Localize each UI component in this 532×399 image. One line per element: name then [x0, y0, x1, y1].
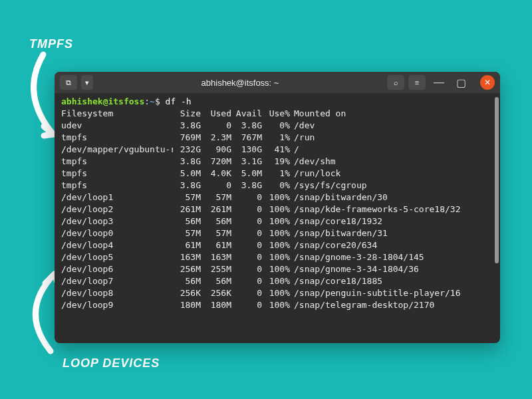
cell-mounted: /run/lock: [290, 168, 493, 180]
cell-used: 56M: [201, 275, 231, 287]
cell-avail: 3.8G: [231, 120, 262, 132]
search-button[interactable]: ⌕: [387, 75, 404, 90]
minimize-button[interactable]: —: [434, 76, 448, 88]
cell-size: 5.0M: [173, 168, 201, 180]
cell-size: 61M: [173, 239, 201, 251]
cell-mounted: /: [290, 144, 493, 156]
cell-mounted: /snap/gnome-3-28-1804/145: [290, 251, 493, 263]
df-header-row: FilesystemSizeUsedAvailUse%Mounted on: [61, 108, 493, 120]
chevron-down-icon: ▾: [85, 78, 89, 87]
command-text: df -h: [166, 96, 192, 106]
close-icon: ✕: [484, 78, 491, 87]
cell-usepct: 0%: [262, 120, 290, 132]
cell-avail: 0: [231, 299, 262, 311]
cell-used: 57M: [201, 192, 231, 203]
menu-button[interactable]: ≡: [408, 75, 426, 90]
header-filesystem: Filesystem: [61, 108, 173, 120]
cell-used: 57M: [201, 227, 231, 239]
cell-filesystem: tmpfs: [61, 132, 173, 144]
cell-avail: 3.1G: [231, 156, 262, 168]
cell-used: 720M: [201, 156, 231, 168]
cell-mounted: /snap/core18/1932: [290, 215, 493, 227]
cell-size: 56M: [173, 275, 201, 287]
cell-size: 3.8G: [173, 120, 201, 132]
df-row: /dev/loop756M56M0100%/snap/core18/1885: [61, 275, 493, 287]
cell-mounted: /snap/bitwarden/31: [290, 227, 493, 239]
tab-dropdown-button[interactable]: ▾: [81, 75, 93, 90]
cell-filesystem: tmpfs: [61, 168, 173, 180]
cell-used: 255M: [201, 263, 231, 275]
scrollbar[interactable]: [495, 97, 499, 263]
cell-mounted: /run: [290, 132, 493, 144]
annotation-loop-devices: LOOP DEVICES: [63, 356, 160, 370]
cell-filesystem: /dev/loop4: [61, 239, 173, 251]
maximize-icon: ▢: [456, 77, 466, 88]
terminal-window: ⧉ ▾ abhishek@itsfoss: ~ ⌕ ≡ — ▢ ✕ abhish…: [55, 72, 500, 343]
df-row: /dev/loop6256M255M0100%/snap/gnome-3-34-…: [61, 263, 493, 275]
maximize-button[interactable]: ▢: [456, 76, 471, 89]
cell-filesystem: udev: [61, 120, 173, 132]
cell-used: 0: [201, 120, 231, 132]
new-tab-button[interactable]: ⧉: [60, 75, 77, 90]
df-row: tmpfs3.8G03.8G0%/sys/fs/cgroup: [61, 180, 493, 192]
cell-mounted: /snap/penguin-subtitle-player/16: [290, 287, 493, 299]
cell-usepct: 41%: [262, 144, 290, 156]
cell-size: 180M: [173, 299, 201, 311]
df-row: /dev/loop356M56M0100%/snap/core18/1932: [61, 215, 493, 227]
cell-size: 256M: [173, 263, 201, 275]
search-icon: ⌕: [394, 78, 398, 86]
df-row: /dev/loop057M57M0100%/snap/bitwarden/31: [61, 227, 493, 239]
cell-usepct: 100%: [262, 192, 290, 203]
cell-avail: 0: [231, 192, 262, 203]
cell-avail: 0: [231, 275, 262, 287]
cell-mounted: /sys/fs/cgroup: [290, 180, 493, 192]
cell-size: 232G: [173, 144, 201, 156]
cell-usepct: 0%: [262, 180, 290, 192]
df-row: tmpfs3.8G720M3.1G19%/dev/shm: [61, 156, 493, 168]
cell-filesystem: /dev/loop3: [61, 215, 173, 227]
cell-size: 256K: [173, 287, 201, 299]
prompt-path: ~: [150, 96, 155, 106]
df-row: tmpfs5.0M4.0K5.0M1%/run/lock: [61, 168, 493, 180]
cell-size: 261M: [173, 203, 201, 215]
cell-usepct: 100%: [262, 251, 290, 263]
cell-mounted: /snap/gnome-3-34-1804/36: [290, 263, 493, 275]
cell-filesystem: /dev/loop6: [61, 263, 173, 275]
cell-used: 2.3M: [201, 132, 231, 144]
cell-avail: 3.8G: [231, 180, 262, 192]
terminal-body[interactable]: abhishek@itsfoss:~$ df -h FilesystemSize…: [55, 93, 500, 343]
df-row: /dev/loop2261M261M0100%/snap/kde-framewo…: [61, 203, 493, 215]
prompt-dollar: $: [155, 96, 160, 106]
header-usepct: Use%: [262, 108, 290, 120]
close-button[interactable]: ✕: [480, 75, 495, 90]
prompt-user: abhishek: [61, 96, 103, 106]
cell-filesystem: /dev/loop1: [61, 192, 173, 203]
cell-filesystem: /dev/loop9: [61, 299, 173, 311]
cell-avail: 130G: [231, 144, 262, 156]
cell-avail: 0: [231, 287, 262, 299]
df-row: udev3.8G03.8G0%/dev: [61, 120, 493, 132]
cell-filesystem: /dev/loop2: [61, 203, 173, 215]
titlebar: ⧉ ▾ abhishek@itsfoss: ~ ⌕ ≡ — ▢ ✕: [55, 72, 500, 93]
cell-used: 90G: [201, 144, 231, 156]
cell-usepct: 100%: [262, 203, 290, 215]
cell-usepct: 19%: [262, 156, 290, 168]
df-row: /dev/loop157M57M0100%/snap/bitwarden/30: [61, 192, 493, 203]
cell-used: 61M: [201, 239, 231, 251]
cell-mounted: /snap/bitwarden/30: [290, 192, 493, 203]
cell-mounted: /snap/kde-frameworks-5-core18/32: [290, 203, 493, 215]
annotation-tmpfs: TMPFS: [29, 37, 73, 51]
cell-usepct: 100%: [262, 275, 290, 287]
df-row: /dev/loop461M61M0100%/snap/core20/634: [61, 239, 493, 251]
cell-filesystem: /dev/loop5: [61, 251, 173, 263]
cell-filesystem: /dev/loop7: [61, 275, 173, 287]
cell-avail: 5.0M: [231, 168, 262, 180]
cell-usepct: 100%: [262, 227, 290, 239]
header-mounted: Mounted on: [290, 108, 493, 120]
cell-avail: 0: [231, 203, 262, 215]
hamburger-icon: ≡: [415, 78, 419, 86]
cell-usepct: 100%: [262, 215, 290, 227]
df-row: /dev/mapper/vgubuntu-root232G90G130G41%/: [61, 144, 493, 156]
cell-size: 56M: [173, 215, 201, 227]
cell-used: 256K: [201, 287, 231, 299]
